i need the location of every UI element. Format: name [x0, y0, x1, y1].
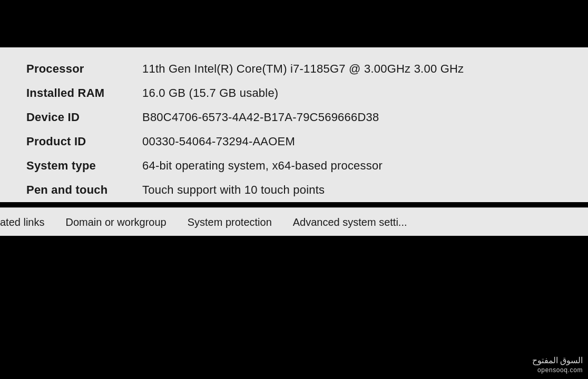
system-info-table: Processor11th Gen Intel(R) Core(TM) i7-1…: [26, 57, 562, 202]
info-label-0: Processor: [26, 62, 142, 76]
info-label-2: Device ID: [26, 111, 142, 124]
info-row: Device IDB80C4706-6573-4A42-B17A-79C5696…: [26, 105, 562, 129]
info-label-4: System type: [26, 159, 142, 173]
watermark: السوق المفتوح opensooq.com: [532, 355, 583, 374]
info-value-5: Touch support with 10 touch points: [142, 183, 325, 197]
main-content: Processor11th Gen Intel(R) Core(TM) i7-1…: [0, 47, 588, 202]
info-label-5: Pen and touch: [26, 183, 142, 197]
bottom-link-0[interactable]: ated links: [0, 216, 66, 228]
info-label-1: Installed RAM: [26, 86, 142, 100]
bottom-bar: [0, 332, 588, 379]
watermark-english: opensooq.com: [537, 366, 583, 374]
info-row: Installed RAM16.0 GB (15.7 GB usable): [26, 81, 562, 105]
info-row: Processor11th Gen Intel(R) Core(TM) i7-1…: [26, 57, 562, 81]
bottom-links-section: ated linksDomain or workgroupSystem prot…: [0, 207, 588, 236]
info-row: Product ID00330-54064-73294-AAOEM: [26, 129, 562, 154]
info-value-2: B80C4706-6573-4A42-B17A-79C569666D38: [142, 111, 379, 124]
bottom-link-1[interactable]: Domain or workgroup: [66, 216, 188, 228]
info-value-0: 11th Gen Intel(R) Core(TM) i7-1185G7 @ 3…: [142, 62, 464, 76]
info-row: Pen and touchTouch support with 10 touch…: [26, 178, 562, 202]
info-value-3: 00330-54064-73294-AAOEM: [142, 135, 295, 148]
info-label-3: Product ID: [26, 135, 142, 148]
info-value-1: 16.0 GB (15.7 GB usable): [142, 86, 278, 100]
bottom-links-row: ated linksDomain or workgroupSystem prot…: [0, 216, 588, 228]
watermark-arabic: السوق المفتوح: [532, 355, 583, 365]
info-value-4: 64-bit operating system, x64-based proce…: [142, 159, 383, 173]
bottom-link-3[interactable]: Advanced system setti...: [293, 216, 428, 228]
info-row: System type64-bit operating system, x64-…: [26, 154, 562, 178]
bottom-link-2[interactable]: System protection: [188, 216, 293, 228]
top-bar: [0, 0, 588, 47]
